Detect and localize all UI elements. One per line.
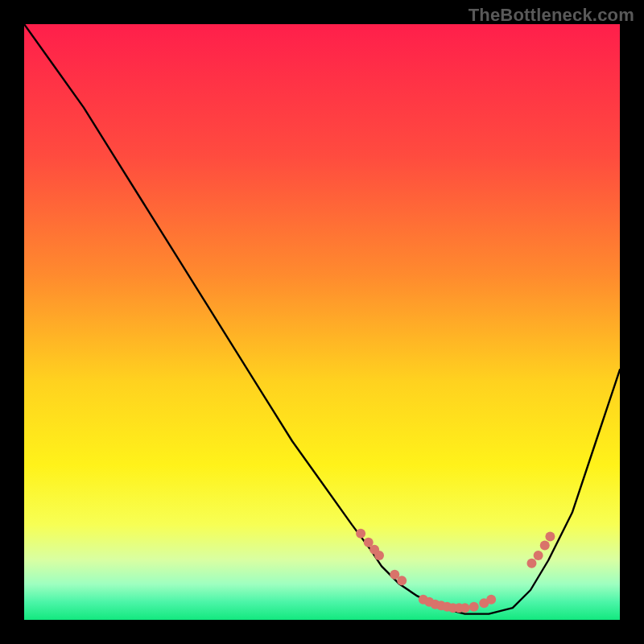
watermark-text: TheBottleneck.com <box>469 5 634 26</box>
chart-frame: TheBottleneck.com <box>0 0 644 644</box>
highlight-dot <box>526 559 536 568</box>
highlight-dot <box>397 576 407 585</box>
highlight-dot <box>534 551 543 560</box>
highlight-dot <box>356 529 365 539</box>
highlight-dot <box>460 603 470 613</box>
chart-svg <box>24 24 620 620</box>
highlight-dot <box>545 531 555 541</box>
highlight-dot <box>374 551 384 560</box>
plot-area <box>24 24 620 620</box>
heat-gradient <box>24 24 620 620</box>
highlight-dot <box>486 595 496 605</box>
highlight-dot <box>540 541 550 551</box>
highlight-dot <box>469 602 479 612</box>
